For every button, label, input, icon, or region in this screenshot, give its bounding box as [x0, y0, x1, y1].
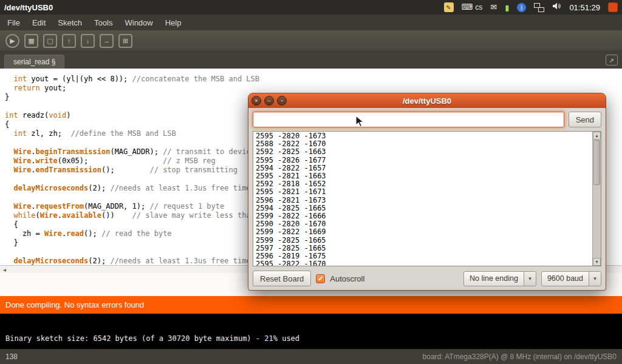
board-info: board: ATmega328P(A) @ 8 MHz (internal) …: [423, 352, 617, 361]
serial-output: 2595 -2820 -1673 2588 -2822 -1670 2592 -…: [253, 131, 601, 266]
keyboard-icon: ⌨: [462, 2, 473, 12]
network-shape: [538, 7, 544, 12]
stop-button[interactable]: ▦: [24, 34, 38, 48]
new-sketch-button[interactable]: ▢: [43, 34, 57, 48]
serial-monitor-button[interactable]: ⊞: [118, 34, 132, 48]
menu-help[interactable]: Help: [159, 18, 188, 27]
footer: 138 board: ATmega328P(A) @ 8 MHz (intern…: [0, 349, 622, 364]
menu-tools[interactable]: Tools: [88, 18, 118, 27]
menu-file[interactable]: File: [1, 18, 26, 27]
send-button[interactable]: Send: [569, 112, 601, 127]
bluetooth-glyph: ᛒ: [520, 4, 524, 11]
menu-bar: File Edit Sketch Tools Window Help: [0, 15, 622, 30]
window-buttons: × – ▫: [251, 96, 287, 106]
open-button[interactable]: ↑: [62, 34, 76, 48]
serial-controls: Reset Board ✓ Autoscroll No line ending …: [253, 271, 601, 286]
console: Binary sketch size: 6542 bytes (of a 307…: [0, 314, 622, 349]
system-tray: ✎ ⌨ cs ✉ ▮ ᛒ 01:51:29: [444, 2, 618, 13]
keyboard-layout-label: cs: [475, 3, 482, 12]
reset-board-button[interactable]: Reset Board: [253, 271, 311, 286]
send-row: Send: [253, 112, 601, 127]
dialog-title: /dev/ttyUSB0: [248, 96, 606, 106]
menu-window[interactable]: Window: [118, 18, 159, 27]
chevron-down-icon[interactable]: ▾: [524, 272, 536, 286]
scroll-left-icon[interactable]: ◂: [3, 266, 6, 273]
autoscroll-label: Autoscroll: [330, 274, 364, 283]
toolbar: ▶ ▦ ▢ ↑ ↓ → ⊞: [0, 30, 622, 52]
status-bar: Done compiling. No syntax errors found: [0, 296, 622, 314]
serial-send-input[interactable]: [253, 112, 564, 127]
line-ending-dropdown[interactable]: No line ending ▾: [463, 271, 536, 286]
session-icon[interactable]: [608, 2, 618, 12]
baud-rate-value: 9600 baud: [542, 272, 589, 286]
network-icon[interactable]: [534, 3, 544, 12]
status-message: Done compiling. No syntax errors found: [5, 300, 144, 309]
keyboard-layout-indicator[interactable]: ⌨ cs: [462, 2, 483, 12]
bluetooth-icon[interactable]: ᛒ: [517, 3, 526, 12]
top-panel: /dev/ttyUSB0 ✎ ⌨ cs ✉ ▮ ᛒ 01:51:29: [0, 0, 622, 15]
minimize-icon[interactable]: –: [264, 96, 274, 106]
menu-sketch[interactable]: Sketch: [52, 18, 88, 27]
maximize-icon[interactable]: ▫: [277, 96, 287, 106]
close-icon[interactable]: ×: [251, 96, 261, 106]
serial-output-text: 2595 -2820 -1673 2588 -2822 -1670 2592 -…: [253, 132, 601, 266]
tab-serial-read[interactable]: serial_read §: [4, 55, 64, 69]
scroll-down-icon[interactable]: ▼: [593, 258, 601, 266]
output-scrollbar[interactable]: ▲ ▼: [592, 132, 601, 266]
volume-icon[interactable]: [552, 2, 561, 13]
menu-edit[interactable]: Edit: [26, 18, 52, 27]
checkmark-icon: ✓: [318, 275, 323, 283]
dialog-titlebar[interactable]: × – ▫ /dev/ttyUSB0: [248, 93, 606, 108]
chevron-down-icon[interactable]: ▾: [589, 272, 601, 286]
serial-monitor-window: × – ▫ /dev/ttyUSB0 Send 2595 -2820 -1673…: [248, 93, 606, 291]
notes-icon[interactable]: ✎: [444, 2, 454, 12]
clock[interactable]: 01:51:29: [569, 3, 600, 12]
scroll-up-icon[interactable]: ▲: [593, 132, 601, 140]
line-number-indicator: 138: [5, 352, 18, 361]
panel-window-title: /dev/ttyUSB0: [4, 3, 53, 12]
dialog-body: Send 2595 -2820 -1673 2588 -2822 -1670 2…: [248, 108, 606, 290]
tab-menu-button[interactable]: ⇗: [606, 55, 618, 66]
line-ending-value: No line ending: [464, 272, 524, 286]
tab-bar: serial_read § ⇗: [0, 52, 622, 69]
baud-rate-dropdown[interactable]: 9600 baud ▾: [541, 271, 601, 286]
screen: /dev/ttyUSB0 ✎ ⌨ cs ✉ ▮ ᛒ 01:51:29: [0, 0, 622, 364]
battery-icon[interactable]: ▮: [505, 3, 509, 12]
pencil-icon: ✎: [446, 4, 451, 11]
mail-icon[interactable]: ✉: [490, 2, 497, 12]
save-button[interactable]: ↓: [81, 34, 95, 48]
autoscroll-checkbox[interactable]: ✓: [316, 274, 325, 283]
scrollbar-thumb[interactable]: [593, 140, 600, 185]
upload-button[interactable]: →: [100, 34, 114, 48]
console-text: Binary sketch size: 6542 bytes (of a 307…: [5, 334, 299, 343]
verify-button[interactable]: ▶: [5, 34, 19, 48]
